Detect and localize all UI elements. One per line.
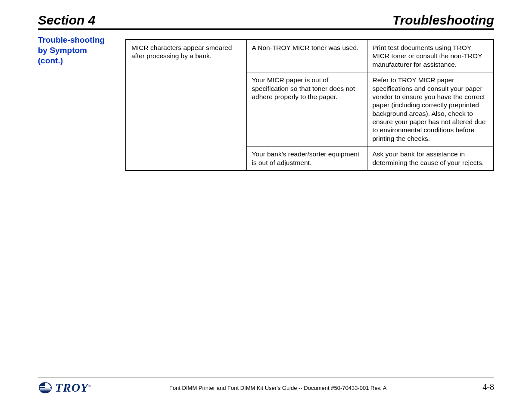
page-footer: TROY® Font DIMM Printer and Font DIMM Ki… bbox=[38, 377, 494, 395]
cause-cell: Your bank's reader/sorter equipment is o… bbox=[246, 146, 367, 171]
troubleshooting-table: MICR characters appear smeared after pro… bbox=[125, 39, 494, 171]
logo-word-text: TROY bbox=[55, 381, 88, 394]
solution-cell: Refer to TROY MICR paper specifications … bbox=[367, 72, 494, 146]
table-row: MICR characters appear smeared after pro… bbox=[126, 40, 494, 72]
logo-icon bbox=[38, 381, 53, 394]
solution-cell: Ask your bank for assistance in determin… bbox=[367, 146, 494, 171]
cause-cell: A Non-TROY MICR toner was used. bbox=[246, 40, 367, 72]
chapter-title: Troubleshooting bbox=[392, 13, 494, 28]
page-number: 4-8 bbox=[482, 382, 494, 392]
page-header: Section 4 Troubleshooting bbox=[38, 13, 494, 30]
footer-doc-info: Font DIMM Printer and Font DIMM Kit User… bbox=[169, 385, 386, 391]
symptom-cell: MICR characters appear smeared after pro… bbox=[126, 40, 246, 171]
svg-rect-3 bbox=[40, 389, 51, 390]
troy-logo: TROY® bbox=[38, 381, 92, 395]
svg-rect-2 bbox=[40, 388, 51, 389]
main-content: MICR characters appear smeared after pro… bbox=[113, 30, 494, 361]
sidebar-heading: Trouble-shooting by Symptom (cont.) bbox=[38, 35, 113, 65]
solution-cell: Print test documents using TROY MICR ton… bbox=[367, 40, 494, 72]
sidebar: Trouble-shooting by Symptom (cont.) bbox=[38, 30, 113, 361]
logo-registered: ® bbox=[88, 384, 92, 388]
logo-text: TROY® bbox=[55, 381, 92, 395]
cause-cell: Your MICR paper is out of specification … bbox=[246, 72, 367, 146]
section-title: Section 4 bbox=[38, 13, 95, 28]
